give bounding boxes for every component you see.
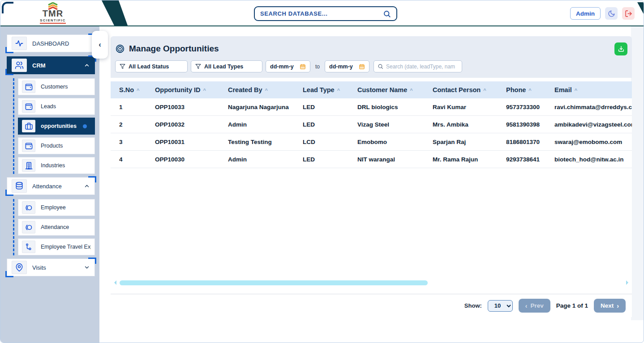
icon-chip bbox=[22, 201, 35, 214]
right-gutter bbox=[631, 26, 644, 320]
sidebar-item-label: Employee Travel Exp... bbox=[41, 244, 91, 250]
wallet-icon bbox=[25, 102, 33, 111]
sort-caret-icon[interactable]: ^ bbox=[137, 88, 139, 93]
prev-page-button[interactable]: ‹ Prev bbox=[519, 299, 550, 313]
icon-chip bbox=[12, 179, 27, 193]
database-icon bbox=[15, 182, 24, 191]
icon-chip bbox=[22, 159, 35, 172]
dark-mode-toggle[interactable] bbox=[605, 7, 618, 20]
sort-caret-icon[interactable]: ^ bbox=[203, 88, 206, 93]
attendance-subgroup: Employee Attendance Employee Travel Exp.… bbox=[13, 199, 95, 255]
scroll-right-icon[interactable] bbox=[626, 280, 631, 285]
sidebar-item-label: opportunities bbox=[41, 123, 77, 129]
column-header[interactable]: Opportunity ID^ bbox=[155, 86, 228, 93]
column-header[interactable]: Contact Person^ bbox=[433, 86, 506, 93]
date-from-input[interactable]: dd-mm-y bbox=[266, 60, 310, 72]
sidebar-item-label: DASHBOARD bbox=[32, 40, 69, 47]
table-row[interactable]: 2 OPP10032 Admin LED Vizag Steel Mrs. Am… bbox=[111, 116, 632, 133]
date-to-value: dd-mm-y bbox=[329, 64, 353, 70]
chevron-right-icon: › bbox=[617, 303, 619, 309]
sidebar-item-dashboard[interactable]: DASHBOARD bbox=[7, 34, 95, 52]
admin-button[interactable]: Admin bbox=[570, 7, 601, 20]
sidebar-item-label: Employee bbox=[41, 204, 66, 211]
icon-chip bbox=[22, 241, 35, 253]
column-header[interactable]: Email^ bbox=[554, 86, 632, 93]
search-icon[interactable] bbox=[383, 10, 391, 18]
scroll-left-icon[interactable] bbox=[112, 280, 116, 285]
chevron-down-icon bbox=[84, 264, 90, 271]
icon-chip bbox=[12, 37, 27, 50]
travel-route-icon bbox=[25, 243, 33, 251]
header-right-decoration bbox=[637, 2, 644, 14]
horizontal-scrollbar[interactable] bbox=[111, 279, 632, 286]
sort-caret-icon[interactable]: ^ bbox=[575, 88, 577, 93]
scrollbar-thumb[interactable] bbox=[120, 280, 428, 285]
export-download-button[interactable] bbox=[614, 42, 627, 55]
copy-icon bbox=[25, 203, 33, 212]
column-header[interactable]: Lead Type^ bbox=[303, 86, 357, 93]
lead-status-value: All Lead Status bbox=[129, 64, 169, 70]
sort-caret-icon[interactable]: ^ bbox=[483, 88, 486, 93]
icon-chip bbox=[22, 221, 35, 233]
next-page-button[interactable]: Next › bbox=[594, 299, 626, 313]
sidebar-collapse-button[interactable]: ‹ bbox=[92, 31, 108, 59]
logout-icon bbox=[625, 10, 632, 17]
active-indicator-dot bbox=[83, 124, 87, 128]
sidebar-item-label: Attendance bbox=[32, 183, 62, 190]
table-search bbox=[374, 60, 462, 72]
column-header[interactable]: Created By^ bbox=[228, 86, 303, 93]
main-content: Manage Opportunities All Lead Status bbox=[111, 36, 632, 317]
sidebar-item-visits[interactable]: Visits bbox=[7, 258, 95, 276]
sidebar-item-leads[interactable]: Leads bbox=[18, 98, 95, 115]
database-search-input[interactable] bbox=[260, 10, 383, 17]
sort-caret-icon[interactable]: ^ bbox=[528, 88, 531, 93]
sidebar-item-products[interactable]: Products bbox=[18, 137, 95, 154]
icon-chip bbox=[22, 120, 35, 132]
activity-icon bbox=[15, 39, 24, 48]
map-pin-icon bbox=[15, 263, 24, 272]
icon-chip bbox=[22, 140, 35, 152]
sidebar-item-customers[interactable]: Customers bbox=[18, 78, 95, 95]
sidebar-item-opportunities[interactable]: opportunities bbox=[18, 118, 95, 135]
search-icon bbox=[378, 64, 383, 69]
pagination-bar: Show: 10 ‹ Prev Page 1 of 1 Next › bbox=[111, 294, 632, 317]
page-size-select[interactable]: 10 bbox=[488, 300, 513, 312]
industry-icon bbox=[25, 161, 33, 170]
table-search-input[interactable] bbox=[386, 64, 458, 70]
table-row[interactable]: 3 OPP10031 Testing Testing LCD Emobomo S… bbox=[111, 133, 632, 151]
copy-icon bbox=[25, 223, 33, 232]
top-bar: TMR SCIENTIFIC Admin bbox=[0, 0, 644, 26]
lead-types-filter[interactable]: All Lead Types bbox=[191, 60, 262, 72]
sort-caret-icon[interactable]: ^ bbox=[265, 88, 268, 93]
lead-status-filter[interactable]: All Lead Status bbox=[115, 60, 188, 72]
sort-caret-icon[interactable]: ^ bbox=[337, 88, 340, 93]
date-to-input[interactable]: dd-mm-y bbox=[325, 60, 369, 72]
database-search bbox=[254, 6, 397, 21]
icon-chip bbox=[22, 100, 35, 113]
users-icon bbox=[15, 61, 24, 70]
table-header-row: S.No^ Opportunity ID^ Created By^ Lead T… bbox=[111, 81, 632, 98]
page-info: Page 1 of 1 bbox=[556, 302, 588, 309]
sidebar-item-label: Customers bbox=[41, 84, 68, 90]
table-row[interactable]: 4 OPP10030 Admin LED NIT warangal Mr. Ra… bbox=[111, 151, 632, 168]
chevron-up-icon bbox=[84, 183, 90, 189]
column-header[interactable]: S.No^ bbox=[119, 86, 155, 93]
window-corner-accent bbox=[2, 2, 13, 13]
column-header[interactable]: Customer Name^ bbox=[357, 86, 433, 93]
column-header[interactable]: Phone^ bbox=[506, 86, 554, 93]
icon-chip bbox=[12, 261, 27, 274]
briefcase-icon bbox=[25, 122, 33, 131]
funnel-icon bbox=[120, 64, 125, 69]
sidebar-item-industries[interactable]: Industries bbox=[18, 157, 95, 174]
logout-button[interactable] bbox=[622, 7, 635, 20]
sidebar-item-employee-travel[interactable]: Employee Travel Exp... bbox=[18, 238, 95, 255]
sidebar-item-employee[interactable]: Employee bbox=[18, 199, 95, 216]
sort-caret-icon[interactable]: ^ bbox=[410, 88, 412, 93]
wallet-icon bbox=[25, 142, 33, 150]
table-row[interactable]: 1 OPP10033 Nagarjuna Nagarjuna LED DRL b… bbox=[111, 98, 632, 116]
sidebar-item-crm[interactable]: CRM bbox=[7, 56, 95, 74]
lead-types-value: All Lead Types bbox=[204, 64, 243, 70]
sidebar-item-attendance-sub[interactable]: Attendance bbox=[18, 219, 95, 236]
header-diagonal-decoration bbox=[95, 0, 128, 25]
sidebar-item-attendance[interactable]: Attendance bbox=[7, 177, 95, 195]
